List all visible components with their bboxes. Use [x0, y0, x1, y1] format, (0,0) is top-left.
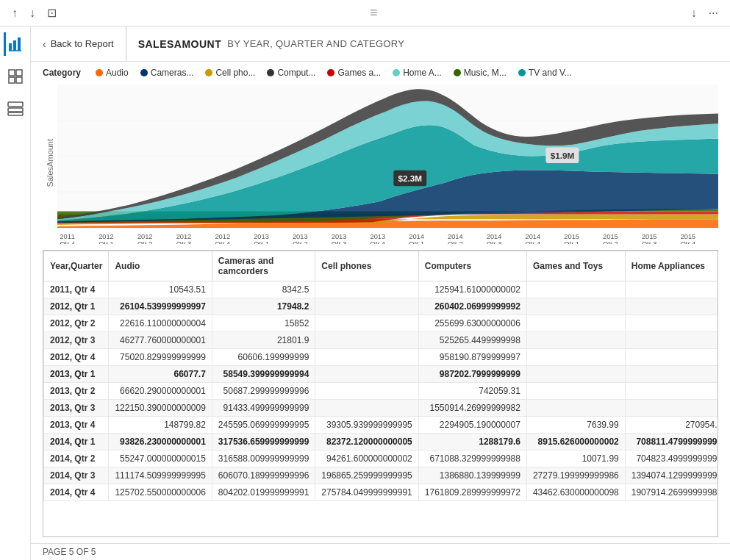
back-button[interactable]: ‹ Back to Report — [43, 26, 126, 61]
table-cell — [315, 281, 418, 298]
svg-rect-10 — [8, 112, 23, 115]
legend-dot-tv — [518, 69, 526, 76]
svg-rect-1 — [13, 40, 16, 51]
legend-item-home: Home A... — [393, 68, 442, 78]
table-cell: 1386880.139999999 — [418, 467, 526, 484]
annotation-text-2: $1.9M — [551, 151, 575, 160]
col-header-cell: Cell phones — [315, 251, 418, 281]
table-cell: 804202.019999999991 — [212, 484, 315, 501]
table-cell: 122150.390000000009 — [109, 400, 212, 417]
table-cell: 10071.99 — [526, 450, 625, 467]
legend-dot-cell — [205, 69, 212, 76]
legend-item-audio: Audio — [96, 68, 129, 78]
table-cell — [526, 315, 625, 332]
x-label-0-q: Qtr 4 — [60, 240, 75, 244]
table-cell — [526, 400, 625, 417]
x-label-8-y: 2013 — [371, 233, 386, 240]
x-label-14-y: 2015 — [603, 233, 618, 240]
table-cell — [625, 366, 718, 383]
table-body: 2011, Qtr 410543.518342.5125941.61000000… — [44, 281, 719, 501]
table-row: 2013, Qtr 166077.758549.3999999999949872… — [44, 366, 719, 383]
sidebar-item-chart[interactable] — [4, 32, 27, 56]
table-cell — [526, 298, 625, 315]
x-label-5-y: 2013 — [254, 233, 269, 240]
table-cell — [526, 281, 625, 298]
table-cell — [315, 349, 418, 366]
main-content: ‹ Back to Report SALESAMOUNT BY YEAR, QU… — [31, 26, 730, 560]
table-cell: 91433.499999999999 — [212, 400, 315, 417]
table-cell: 111174.509999999995 — [109, 467, 212, 484]
table-cell: 2012, Qtr 3 — [44, 332, 109, 349]
back-label: Back to Report — [51, 38, 114, 49]
table-cell: 125702.550000000006 — [109, 484, 212, 501]
table-cell: 2014, Qtr 3 — [44, 467, 109, 484]
svg-rect-0 — [9, 43, 12, 51]
toolbar-up-btn[interactable]: ↑ — [9, 5, 21, 21]
table-cell: 46277.760000000001 — [109, 332, 212, 349]
toolbar-left-btn[interactable]: ↓ — [26, 5, 38, 21]
svg-rect-9 — [8, 108, 23, 112]
chart-bar-icon — [8, 36, 24, 52]
table-row: 2014, Qtr 255247.000000000015316588.0099… — [44, 450, 719, 467]
main-layout: ‹ Back to Report SALESAMOUNT BY YEAR, QU… — [0, 26, 730, 560]
x-label-1-y: 2012 — [99, 233, 114, 240]
legend-label-home: Home A... — [403, 68, 442, 78]
table-row: 2014, Qtr 4125702.550000000006804202.019… — [44, 484, 719, 501]
svg-rect-8 — [8, 102, 23, 107]
legend-item-cell: Cell pho... — [205, 68, 255, 78]
legend-dot-games — [327, 69, 334, 76]
legend-label-games: Games a... — [337, 68, 381, 78]
table-cell: 2014, Qtr 4 — [44, 484, 109, 501]
sidebar — [0, 26, 31, 560]
x-label-1-q: Qtr 1 — [99, 240, 114, 244]
col-header-computers: Computers — [418, 251, 526, 281]
table-cell: 742059.31 — [418, 383, 526, 400]
x-label-2-q: Qtr 2 — [137, 240, 153, 244]
legend-category-label: Category — [43, 68, 81, 78]
table-row: 2013, Qtr 4148799.82245595.0699999999953… — [44, 417, 719, 434]
x-label-8-q: Qtr 4 — [371, 240, 386, 244]
legend-item-music: Music, M... — [454, 68, 507, 78]
svg-rect-6 — [9, 77, 15, 83]
table-cell — [315, 383, 418, 400]
table-row: 2014, Qtr 193826.230000000001317536.6599… — [44, 434, 719, 450]
table-cell: 17948.2 — [212, 298, 315, 315]
table-cell — [625, 298, 718, 315]
x-label-9-y: 2014 — [409, 233, 424, 240]
table-cell: 671088.329999999988 — [418, 450, 526, 467]
legend-item-tv: TV and V... — [518, 68, 572, 78]
legend-item-cameras: Cameras... — [140, 68, 194, 78]
toolbar-download-btn[interactable]: ↓ — [688, 5, 700, 21]
legend-dot-cameras — [140, 69, 148, 76]
col-header-cameras: Cameras andcamcorders — [212, 251, 315, 281]
svg-rect-2 — [18, 37, 21, 51]
sidebar-item-grid[interactable] — [4, 65, 27, 88]
table-cell — [526, 349, 625, 366]
legend-item-games: Games a... — [327, 68, 381, 78]
legend-label-cell: Cell pho... — [215, 68, 255, 78]
sidebar-item-layers[interactable] — [4, 97, 27, 121]
toolbar-more-btn[interactable]: ··· — [706, 5, 721, 21]
data-table-container[interactable]: Year,Quarter Audio Cameras andcamcorders… — [43, 250, 718, 537]
x-label-11-y: 2014 — [487, 233, 502, 240]
table-cell: 275784.049999999991 — [315, 484, 418, 501]
toolbar-save-btn[interactable]: ⊡ — [44, 4, 60, 21]
x-label-12-q: Qtr 4 — [526, 240, 541, 244]
table-cell: 148799.82 — [109, 417, 212, 434]
x-label-16-q: Qtr 4 — [681, 240, 696, 244]
toolbar-right: ↓ ··· — [688, 5, 721, 21]
table-cell — [625, 281, 718, 298]
table-cell — [315, 298, 418, 315]
table-cell: 2012, Qtr 1 — [44, 298, 109, 315]
col-header-home: Home Appliances — [625, 251, 718, 281]
legend-label-computers: Comput... — [277, 68, 315, 78]
table-cell: 316588.009999999999 — [212, 450, 315, 467]
back-chevron-icon: ‹ — [43, 38, 46, 50]
x-label-10-y: 2014 — [448, 233, 463, 240]
data-table: Year,Quarter Audio Cameras andcamcorders… — [43, 251, 718, 501]
chart-wrapper: SalesAmount — [43, 82, 718, 244]
table-row: 2014, Qtr 3111174.509999999995606070.189… — [44, 467, 719, 484]
table-cell: 2014, Qtr 1 — [44, 434, 109, 450]
table-cell: 1288179.6 — [418, 434, 526, 450]
x-label-3-y: 2012 — [176, 233, 192, 240]
